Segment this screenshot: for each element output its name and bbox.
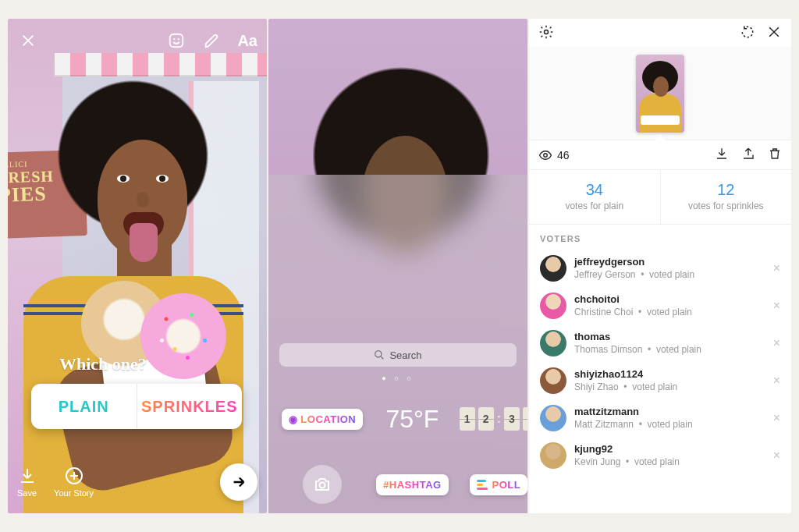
vote-sprinkles-count: 12 <box>661 181 792 199</box>
voter-row[interactable]: thomas Thomas Dimson • voted plain × <box>529 325 791 362</box>
close-button[interactable] <box>17 30 39 51</box>
dismiss-voter-button[interactable]: × <box>773 449 780 463</box>
sticker-grid: ◉ LOCATION 75°F 1 2 : 3 4 #HASHTAG <box>279 392 517 513</box>
settings-button[interactable] <box>538 24 554 42</box>
poll-label: POLL <box>492 479 520 491</box>
voter-subtext: Matt Zitzmann • voted plain <box>574 419 693 431</box>
voter-row[interactable]: shiyizhao1124 Shiyi Zhao • voted plain × <box>529 362 791 399</box>
photo-background: DELICI FRESH PIES <box>8 19 267 513</box>
share-button[interactable] <box>741 147 755 163</box>
selected-caret <box>655 134 666 140</box>
pager-dots: ● ○ ○ <box>268 374 527 382</box>
poll-question[interactable]: Which one? <box>59 354 147 374</box>
poll-sticker[interactable]: PLAIN SPRINKLES <box>31 384 242 429</box>
vote-plain-label: votes for plain <box>529 200 660 211</box>
draw-button[interactable] <box>201 30 223 51</box>
text-tool-button[interactable]: Aa <box>237 32 257 50</box>
svg-point-2 <box>178 38 179 40</box>
avatar <box>540 293 566 319</box>
clock-digit-1: 1 <box>460 407 475 431</box>
voter-text: shiyizhao1124 Shiyi Zhao • voted plain <box>574 368 677 392</box>
camera-sticker[interactable] <box>303 465 342 504</box>
svg-point-8 <box>544 153 548 157</box>
voter-username: mattzitzmann <box>574 406 693 418</box>
voter-text: thomas Thomas Dimson • voted plain <box>574 331 701 355</box>
view-count[interactable]: 46 <box>538 148 570 162</box>
camera-icon <box>313 475 332 494</box>
vote-sprinkles[interactable]: 12 votes for sprinkles <box>661 170 792 224</box>
voter-subtext: Thomas Dimson • voted plain <box>574 344 701 356</box>
voter-username: jeffreydgerson <box>574 256 694 268</box>
gear-icon <box>538 24 554 40</box>
voter-row[interactable]: jeffreydgerson Jeffrey Gerson • voted pl… <box>529 250 791 287</box>
avatar <box>540 255 566 282</box>
close-button[interactable] <box>766 24 782 42</box>
voter-subtext: Kevin Jung • voted plain <box>574 456 680 468</box>
svg-point-4 <box>375 351 382 357</box>
poll-bars-icon <box>477 480 488 490</box>
dismiss-voter-button[interactable]: × <box>773 374 780 388</box>
location-label: LOCATION <box>300 413 356 425</box>
clock-digit-2: 2 <box>478 407 494 431</box>
stats-bar: 46 <box>529 140 791 170</box>
sticker-search[interactable]: Search <box>279 343 517 367</box>
dismiss-voter-button[interactable]: × <box>773 336 780 350</box>
boomerang-button[interactable] <box>740 24 755 42</box>
delete-button[interactable] <box>768 147 782 163</box>
sticker-tray-sheet[interactable]: Search ● ○ ○ ◉ LOCATION 75°F 1 2 : 3 4 <box>268 175 527 513</box>
search-icon <box>374 349 385 360</box>
voters-heading: VOTERS <box>529 225 791 250</box>
sticker-icon <box>168 32 185 49</box>
add-story-icon <box>65 466 83 485</box>
hashtag-label: #HASHTAG <box>383 479 442 491</box>
your-story-label: Your Story <box>54 488 94 498</box>
story-thumbnail-strip <box>529 47 791 140</box>
svg-rect-0 <box>170 34 183 48</box>
voter-subtext: Shiyi Zhao • voted plain <box>574 381 677 393</box>
stickers-button[interactable] <box>165 30 187 51</box>
dismiss-voter-button[interactable]: × <box>773 261 780 275</box>
voters-list: jeffreydgerson Jeffrey Gerson • voted pl… <box>529 250 791 474</box>
poll-results-panel: 46 34 votes for plain 12 votes for sprin… <box>529 19 791 513</box>
dismiss-voter-button[interactable]: × <box>773 299 780 313</box>
your-story-button[interactable]: Your Story <box>54 466 94 498</box>
poll-option-a[interactable]: PLAIN <box>31 384 137 429</box>
save-button[interactable]: Save <box>17 466 37 498</box>
voter-row[interactable]: mattzitzmann Matt Zitzmann • voted plain… <box>529 399 791 437</box>
avatar <box>540 367 566 394</box>
sprinkles-donut <box>140 293 226 379</box>
poll-sticker-option[interactable]: POLL <box>470 474 527 495</box>
poll-option-b[interactable]: SPRINKLES <box>137 384 243 429</box>
send-button[interactable] <box>220 463 257 501</box>
three-panel-layout: DELICI FRESH PIES <box>0 0 799 532</box>
hashtag-sticker[interactable]: #HASHTAG <box>376 474 449 495</box>
clock-digit-3: 3 <box>504 407 520 431</box>
voter-row[interactable]: chchoitoi Christine Choi • voted plain × <box>529 287 791 325</box>
results-top-bar <box>529 19 791 47</box>
voter-text: mattzitzmann Matt Zitzmann • voted plain <box>574 406 693 430</box>
svg-point-5 <box>320 483 325 488</box>
avatar <box>540 405 566 431</box>
avatar <box>540 442 566 469</box>
download-button[interactable] <box>715 147 729 163</box>
save-label: Save <box>17 488 37 498</box>
vote-plain[interactable]: 34 votes for plain <box>529 170 661 224</box>
vote-summary: 34 votes for plain 12 votes for sprinkle… <box>529 170 791 225</box>
voter-text: chchoitoi Christine Choi • voted plain <box>574 293 692 317</box>
temperature-sticker[interactable]: 75°F <box>385 405 439 434</box>
boomerang-icon <box>740 24 755 40</box>
clock-sticker[interactable]: 1 2 : 3 4 <box>460 407 527 431</box>
sticker-tray-panel: Search ● ○ ○ ◉ LOCATION 75°F 1 2 : 3 4 <box>268 19 527 513</box>
close-icon <box>20 32 37 49</box>
voter-username: kjung92 <box>574 443 680 456</box>
editor-top-bar: Aa <box>17 27 257 55</box>
clock-digit-4: 4 <box>523 407 527 431</box>
voter-text: kjung92 Kevin Jung • voted plain <box>574 443 680 467</box>
svg-point-1 <box>174 38 176 40</box>
story-thumbnail[interactable] <box>636 55 684 133</box>
dismiss-voter-button[interactable]: × <box>773 411 780 425</box>
location-sticker[interactable]: ◉ LOCATION <box>282 409 363 430</box>
voter-row[interactable]: kjung92 Kevin Jung • voted plain × <box>529 437 791 474</box>
avatar <box>540 330 566 356</box>
vote-sprinkles-label: votes for sprinkles <box>661 200 792 211</box>
